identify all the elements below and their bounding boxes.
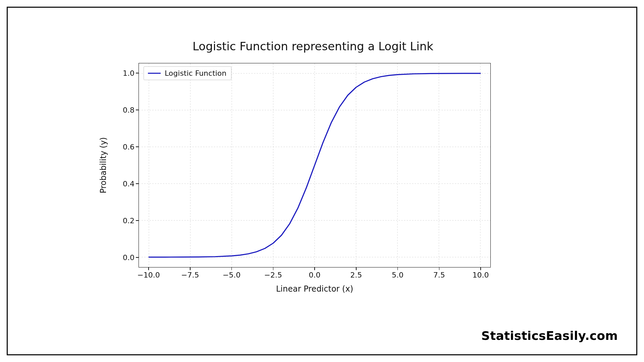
y-tick-mark bbox=[136, 110, 139, 110]
x-tick-label: 5.0 bbox=[392, 271, 404, 279]
y-tick-mark bbox=[136, 220, 139, 221]
y-tick-label: 1.0 bbox=[114, 69, 135, 77]
x-tick-label: −10.0 bbox=[137, 271, 160, 279]
watermark-text: StatisticsEasily.com bbox=[481, 329, 618, 343]
legend-label: Logistic Function bbox=[165, 69, 226, 77]
image-frame: Logistic Function representing a Logit L… bbox=[7, 7, 637, 355]
x-tick-label: 0.0 bbox=[309, 271, 321, 279]
x-tick-label: −7.5 bbox=[181, 271, 199, 279]
x-tick-label: 2.5 bbox=[350, 271, 362, 279]
x-tick-label: −2.5 bbox=[264, 271, 282, 279]
y-axis-label-text: Probability (y) bbox=[99, 137, 108, 193]
x-tick-mark bbox=[314, 267, 315, 270]
plot-area bbox=[139, 63, 491, 267]
y-tick-label: 0.0 bbox=[114, 253, 135, 262]
legend-swatch bbox=[148, 73, 161, 74]
chart-title: Logistic Function representing a Logit L… bbox=[95, 40, 531, 53]
x-axis-label: Linear Predictor (x) bbox=[139, 284, 491, 294]
x-tick-mark bbox=[480, 267, 481, 270]
y-tick-label: 0.8 bbox=[114, 106, 135, 114]
y-tick-label: 0.6 bbox=[114, 143, 135, 151]
plot-svg bbox=[139, 63, 490, 267]
x-tick-mark bbox=[397, 267, 398, 270]
chart-stage: Logistic Function representing a Logit L… bbox=[95, 40, 531, 308]
y-tick-label: 0.2 bbox=[114, 217, 135, 225]
y-tick-label: 0.4 bbox=[114, 180, 135, 188]
legend: Logistic Function bbox=[144, 66, 231, 80]
y-tick-mark bbox=[136, 73, 139, 73]
x-tick-mark bbox=[273, 267, 274, 270]
y-tick-mark bbox=[136, 257, 139, 258]
x-tick-mark bbox=[148, 267, 149, 270]
x-tick-mark bbox=[231, 267, 232, 270]
x-tick-mark bbox=[439, 267, 440, 270]
y-tick-mark bbox=[136, 183, 139, 184]
x-tick-mark bbox=[190, 267, 191, 270]
y-axis-label: Probability (y) bbox=[98, 63, 108, 267]
x-tick-mark bbox=[356, 267, 357, 270]
x-tick-label: 10.0 bbox=[473, 271, 489, 279]
x-tick-label: 7.5 bbox=[433, 271, 445, 279]
x-tick-label: −5.0 bbox=[223, 271, 240, 279]
y-tick-mark bbox=[136, 146, 139, 147]
